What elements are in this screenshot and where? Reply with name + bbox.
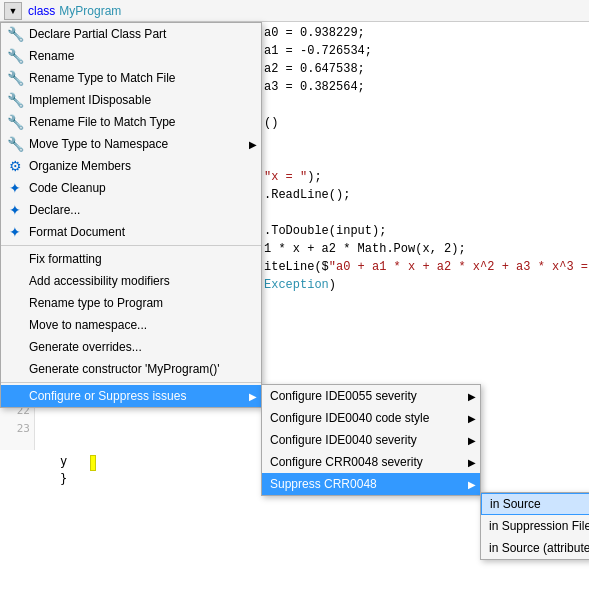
menu-item-declare[interactable]: ✦ Declare... xyxy=(1,199,261,221)
code-line: a3 = 0.382564; xyxy=(264,80,585,98)
submenu2-item-ide0040-style[interactable]: Configure IDE0040 code style ▶ xyxy=(262,407,480,429)
menu-item-label: Rename xyxy=(29,49,74,63)
code-editor[interactable]: a0 = 0.938229; a1 = -0.726534; a2 = 0.64… xyxy=(260,22,589,432)
menu-separator xyxy=(1,245,261,246)
menu-item-label: in Source xyxy=(490,497,541,511)
submenu-arrow: ▶ xyxy=(468,479,476,490)
menu-item-move-to-namespace[interactable]: Move to namespace... xyxy=(1,314,261,336)
menu-item-label: Configure CRR0048 severity xyxy=(270,455,423,469)
menu-item-fix-formatting[interactable]: Fix formatting xyxy=(1,248,261,270)
sparkle-icon: ✦ xyxy=(5,178,25,198)
menu-item-label: Generate constructor 'MyProgram()' xyxy=(29,362,220,376)
code-line xyxy=(264,206,585,224)
submenu3-item-in-source[interactable]: in Source ▶ xyxy=(481,493,589,515)
submenu2-item-crr0048-severity[interactable]: Configure CRR0048 severity ▶ xyxy=(262,451,480,473)
wrench-icon: 🔧 xyxy=(5,112,25,132)
code-line: a2 = 0.647538; xyxy=(264,62,585,80)
menu-item-label: Fix formatting xyxy=(29,252,102,266)
menu-item-label: Suppress CRR0048 xyxy=(270,477,377,491)
wrench-icon: 🔧 xyxy=(5,134,25,154)
sparkle-icon: ✦ xyxy=(5,200,25,220)
menu-item-label: Code Cleanup xyxy=(29,181,106,195)
menu-item-declare-partial[interactable]: 🔧 Declare Partial Class Part xyxy=(1,23,261,45)
menu-item-label: Rename File to Match Type xyxy=(29,115,176,129)
menu-item-move-type-namespace[interactable]: 🔧 Move Type to Namespace ▶ xyxy=(1,133,261,155)
context-menu: 🔧 Declare Partial Class Part 🔧 Rename 🔧 … xyxy=(0,22,262,408)
organize-icon: ⚙ xyxy=(5,156,25,176)
menu-item-generate-overrides[interactable]: Generate overrides... xyxy=(1,336,261,358)
title-bar: ▼ class MyProgram xyxy=(0,0,589,22)
menu-item-label: in Source (attribute) xyxy=(489,541,589,555)
class-name: MyProgram xyxy=(59,4,121,18)
code-line xyxy=(264,134,585,152)
menu-item-label: Configure or Suppress issues xyxy=(29,389,186,403)
submenu2-item-ide0040-severity[interactable]: Configure IDE0040 severity ▶ xyxy=(262,429,480,451)
code-line xyxy=(264,152,585,170)
menu-item-label: Format Document xyxy=(29,225,125,239)
wrench-icon: 🔧 xyxy=(5,46,25,66)
submenu-arrow: ▶ xyxy=(468,413,476,424)
menu-item-label: Rename type to Program xyxy=(29,296,163,310)
code-line: a1 = -0.726534; xyxy=(264,44,585,62)
menu-item-label: in Suppression File xyxy=(489,519,589,533)
menu-item-label: Move Type to Namespace xyxy=(29,137,168,151)
wrench-icon: 🔧 xyxy=(5,24,25,44)
code-line: .ReadLine(); xyxy=(264,188,585,206)
submenu-arrow: ▶ xyxy=(468,391,476,402)
menu-item-rename[interactable]: 🔧 Rename xyxy=(1,45,261,67)
sparkle-icon: ✦ xyxy=(5,222,25,242)
code-line: "x = "); xyxy=(264,170,585,188)
yellow-highlight xyxy=(90,455,96,471)
submenu3-item-in-source-attribute[interactable]: in Source (attribute) xyxy=(481,537,589,559)
menu-item-implement-idisposable[interactable]: 🔧 Implement IDisposable xyxy=(1,89,261,111)
menu-item-label: Rename Type to Match File xyxy=(29,71,176,85)
code-line: .ToDouble(input); xyxy=(264,224,585,242)
submenu-suppress-crr0048: in Source ▶ in Suppression File in Sourc… xyxy=(480,492,589,560)
menu-item-code-cleanup[interactable]: ✦ Code Cleanup xyxy=(1,177,261,199)
menu-item-label: Organize Members xyxy=(29,159,131,173)
menu-item-configure-suppress[interactable]: Configure or Suppress issues ▶ xyxy=(1,385,261,407)
menu-item-label: Declare Partial Class Part xyxy=(29,27,166,41)
menu-item-label: Declare... xyxy=(29,203,80,217)
dropdown-button[interactable]: ▼ xyxy=(4,2,22,20)
menu-item-label: Implement IDisposable xyxy=(29,93,151,107)
menu-item-add-accessibility[interactable]: Add accessibility modifiers xyxy=(1,270,261,292)
code-line: () xyxy=(264,116,585,134)
menu-item-organize-members[interactable]: ⚙ Organize Members xyxy=(1,155,261,177)
submenu2-item-ide0055-severity[interactable]: Configure IDE0055 severity ▶ xyxy=(262,385,480,407)
wrench-icon: 🔧 xyxy=(5,90,25,110)
code-line: Exception) xyxy=(264,278,585,296)
menu-item-label: Configure IDE0040 severity xyxy=(270,433,417,447)
submenu-arrow: ▶ xyxy=(249,391,257,402)
menu-item-label: Configure IDE0055 severity xyxy=(270,389,417,403)
wrench-icon: 🔧 xyxy=(5,68,25,88)
code-line: 1 * x + a2 * Math.Pow(x, 2); xyxy=(264,242,585,260)
submenu-configure-suppress: Configure IDE0055 severity ▶ Configure I… xyxy=(261,384,481,496)
code-line: a0 = 0.938229; xyxy=(264,26,585,44)
submenu-arrow: ▶ xyxy=(468,457,476,468)
menu-item-rename-type-program[interactable]: Rename type to Program xyxy=(1,292,261,314)
class-keyword: class xyxy=(28,4,55,18)
code-line xyxy=(264,98,585,116)
menu-separator-2 xyxy=(1,382,261,383)
menu-item-rename-type-match-file[interactable]: 🔧 Rename Type to Match File xyxy=(1,67,261,89)
menu-item-generate-constructor[interactable]: Generate constructor 'MyProgram()' xyxy=(1,358,261,380)
submenu-arrow: ▶ xyxy=(249,139,257,150)
menu-item-label: Move to namespace... xyxy=(29,318,147,332)
submenu3-item-in-suppression-file[interactable]: in Suppression File xyxy=(481,515,589,537)
dropdown-icon: ▼ xyxy=(9,6,18,16)
menu-item-label: Generate overrides... xyxy=(29,340,142,354)
menu-item-rename-file-match-type[interactable]: 🔧 Rename File to Match Type xyxy=(1,111,261,133)
menu-item-label: Add accessibility modifiers xyxy=(29,274,170,288)
code-line: iteLine($"a0 + a1 * x + a2 * x^2 + a3 * … xyxy=(264,260,585,278)
menu-item-label: Configure IDE0040 code style xyxy=(270,411,429,425)
submenu2-item-suppress-crr0048[interactable]: Suppress CRR0048 ▶ xyxy=(262,473,480,495)
menu-item-format-document[interactable]: ✦ Format Document xyxy=(1,221,261,243)
submenu-arrow: ▶ xyxy=(468,435,476,446)
